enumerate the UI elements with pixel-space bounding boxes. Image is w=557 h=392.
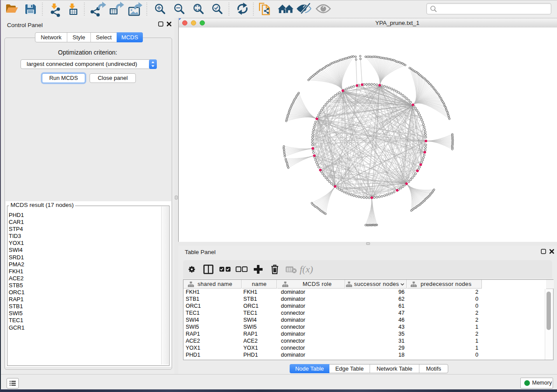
svg-text:f(x): f(x) — [300, 264, 313, 275]
